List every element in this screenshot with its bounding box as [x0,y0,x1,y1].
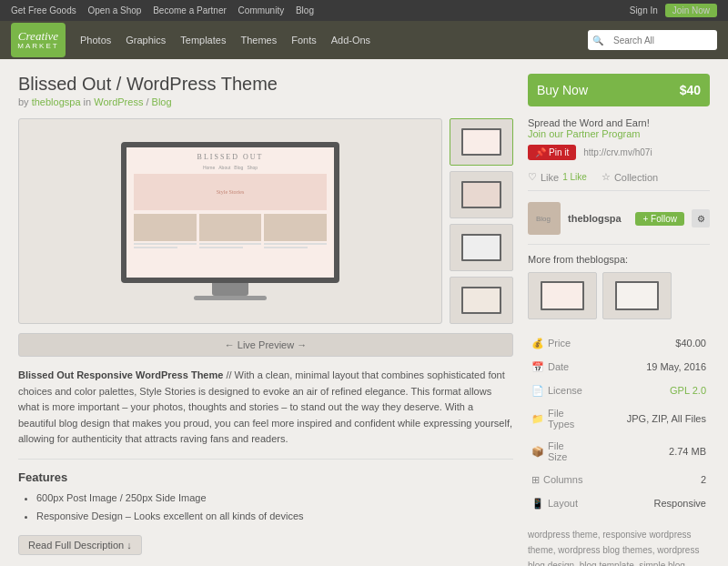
mock-content [134,214,327,250]
like-collection-row[interactable]: ♡ Like 1 Like ☆ Collection [528,171,710,191]
topbar-link-shop[interactable]: Open a Shop [87,5,141,15]
collection-label: Collection [614,172,658,183]
feature-item-1: 600px Post Image / 250px Side Image [36,490,513,508]
signin-link[interactable]: Sign In [630,5,658,15]
top-bar-auth[interactable]: Sign In Join Now [630,4,717,17]
license-icon: 📄 [531,384,544,397]
product-image-area: BLISSED OUT HomeAboutBlogShop Style Stor… [18,118,513,324]
collection-button[interactable]: ☆ Collection [602,171,658,183]
like-count: 1 Like [562,172,587,182]
navigation: Creative MARKET Photos Graphics Template… [0,21,728,59]
detail-date: 📅 Date 19 May, 2016 [530,356,708,378]
join-button[interactable]: Join Now [665,4,717,17]
nav-themes[interactable]: Themes [240,35,277,45]
detail-license-value[interactable]: GPL 2.0 [610,379,708,401]
svg-text:Blog: Blog [536,215,551,223]
search-bar[interactable]: 🔍 [588,30,717,50]
columns-icon: ⊞ [531,473,540,486]
monitor-mockup: BLISSED OUT HomeAboutBlogShop Style Stor… [121,142,339,300]
detail-filetypes-value: JPG, ZIP, All Files [610,403,708,434]
nav-fonts[interactable]: Fonts [291,35,317,45]
subcategory-link[interactable]: Blog [152,96,172,107]
monitor-screen: BLISSED OUT HomeAboutBlogShop Style Stor… [121,142,339,283]
more-thumb-1[interactable] [528,272,597,319]
category-link[interactable]: WordPress [94,96,143,107]
logo-market-text: MARKET [17,42,58,50]
detail-layout-label: 📱 Layout [530,492,576,514]
follow-button[interactable]: + Follow [635,212,684,226]
nav-photos[interactable]: Photos [80,35,111,45]
more-thumbnails[interactable] [528,272,710,319]
spread-title: Spread the Word and Earn! [528,117,650,128]
sidebar: Buy Now $40 Spread the Word and Earn! Jo… [528,74,710,566]
thumbnail-list[interactable] [450,118,513,324]
logo-creative-text: Creative [18,30,58,42]
read-full-button[interactable]: Read Full Description ↓ [18,535,142,555]
detail-price: 💰 Price $40.00 [530,332,708,354]
detail-date-value: 19 May, 2016 [610,356,708,378]
buy-button[interactable]: Buy Now $40 [528,74,710,106]
mock-hero: Style Stories [134,174,327,210]
features-list: 600px Post Image / 250px Side Image Resp… [18,490,513,526]
top-bar: Get Free Goods Open a Shop Become a Part… [0,0,728,21]
nav-addons[interactable]: Add-Ons [331,35,370,45]
author-settings-button[interactable]: ⚙ [692,209,710,227]
license-link[interactable]: GPL 2.0 [670,385,706,396]
author-name: theblogspa [568,213,628,224]
author-link[interactable]: theblogspa [32,96,81,107]
detail-columns: ⊞ Columns 2 [530,469,708,490]
detail-filetypes: 📁 File Types JPG, ZIP, All Files [530,403,708,434]
features-section: Features 600px Post Image / 250px Side I… [18,470,513,555]
content-wrap: Blissed Out / WordPress Theme by theblog… [0,59,728,566]
search-input[interactable] [608,34,717,47]
thumbnail-3[interactable] [450,224,513,271]
detail-filetypes-label: 📁 File Types [530,403,576,434]
monitor-base [194,296,267,300]
pin-row: 📌 Pin it http://crv.mv/h07i [528,145,710,160]
partner-link[interactable]: Join our Partner Program [528,128,710,139]
monitor-stand [212,283,248,296]
like-button[interactable]: ♡ Like 1 Like [528,171,587,183]
thumbnail-4[interactable] [450,277,513,324]
more-from-label: More from theblogspa: [528,254,710,265]
detail-date-label: 📅 Date [530,356,576,378]
filetype-icon: 📁 [531,412,544,425]
description-bold: Blissed Out Responsive WordPress Theme [18,369,223,380]
page-subtitle: by theblogspa in WordPress / Blog [18,96,513,107]
detail-price-label: 💰 Price [530,332,576,354]
nav-templates[interactable]: Templates [180,35,226,45]
detail-columns-value: 2 [610,469,708,490]
pin-button[interactable]: 📌 Pin it [528,145,576,160]
topbar-link-goods[interactable]: Get Free Goods [11,5,76,15]
more-thumb-2[interactable] [602,272,672,319]
detail-filesize: 📦 File Size 2.74 MB [530,436,708,467]
pin-url: http://crv.mv/h07i [583,147,652,157]
spread-word-section: Spread the Word and Earn! Join our Partn… [528,117,710,139]
live-preview-bar[interactable]: ← Live Preview → [18,333,513,357]
detail-license: 📄 License GPL 2.0 [530,379,708,401]
tags-section: wordpress theme, responsive wordpress th… [528,527,710,566]
collection-icon: ☆ [602,171,611,183]
topbar-link-blog[interactable]: Blog [296,5,314,15]
top-bar-links[interactable]: Get Free Goods Open a Shop Become a Part… [11,5,323,15]
detail-price-value: $40.00 [610,332,708,354]
detail-layout: 📱 Layout Responsive [530,492,708,514]
features-title: Features [18,470,513,484]
detail-layout-value: Responsive [610,492,708,514]
detail-filesize-label: 📦 File Size [530,436,576,467]
author-info: theblogspa [568,213,628,224]
topbar-link-community[interactable]: Community [238,5,285,15]
nav-links[interactable]: Photos Graphics Templates Themes Fonts A… [80,35,588,45]
thumbnail-2[interactable] [450,171,513,218]
logo[interactable]: Creative MARKET [11,23,66,57]
main-preview: BLISSED OUT HomeAboutBlogShop Style Stor… [18,118,442,324]
description-body: // With a clean, minimal layout that com… [18,369,512,444]
feature-item-2: Responsive Design – Looks excellent on a… [36,508,513,526]
thumbnail-1[interactable] [450,118,513,166]
price-icon: 💰 [531,337,544,349]
author-row: Blog theblogspa + Follow ⚙ [528,202,710,245]
buy-price: $40 [680,83,701,97]
pin-icon: 📌 [535,147,546,157]
topbar-link-partner[interactable]: Become a Partner [153,5,227,15]
nav-graphics[interactable]: Graphics [126,35,166,45]
